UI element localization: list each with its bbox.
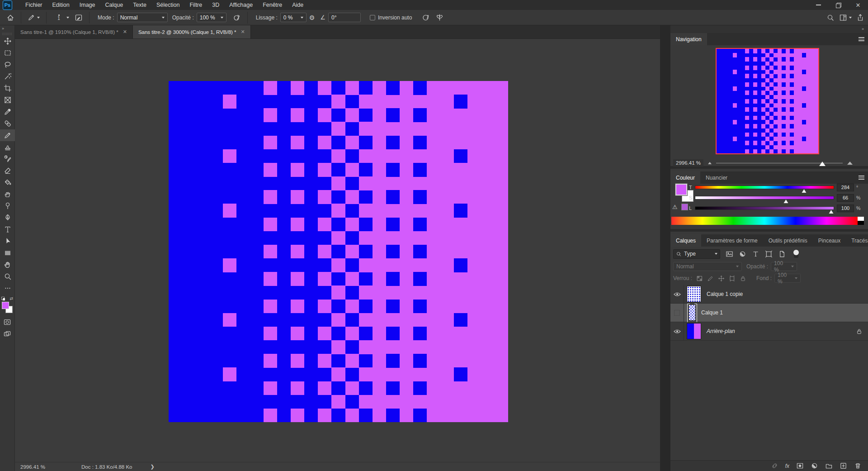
pencil-tool-preset[interactable] (25, 11, 42, 24)
layer-opacity-select[interactable]: 100 % (771, 262, 797, 271)
navigator-zoom-slider[interactable] (716, 163, 843, 163)
swap-colors-icon[interactable]: ⇄ (9, 297, 13, 301)
eyedropper-tool[interactable] (0, 106, 15, 118)
foreground-color-swatch[interactable] (675, 184, 687, 195)
layer-visibility-toggle[interactable] (670, 285, 684, 304)
auto-erase-checkbox[interactable]: Inversion auto (367, 11, 415, 24)
slider-thumb[interactable] (829, 210, 834, 214)
tab-pinceaux[interactable]: Pinceaux (813, 234, 846, 247)
quick-mask-button[interactable] (0, 316, 15, 328)
layer-row-arri-re-plan[interactable]: Arrière-plan (670, 322, 868, 341)
layer-thumbnail[interactable] (687, 323, 701, 339)
lock-all-icon[interactable] (740, 275, 746, 282)
canvas-image[interactable] (169, 81, 508, 422)
pencil-tool[interactable] (0, 129, 15, 141)
new-layer-icon[interactable] (840, 462, 847, 470)
color-slider-track[interactable] (695, 186, 834, 189)
layer-row-calque-1[interactable]: Calque 1 (670, 304, 868, 322)
opacity-select[interactable]: 100 % (197, 13, 226, 22)
spectrum-bw-swatches[interactable] (858, 217, 864, 225)
navigator-zoom-field[interactable]: 2996.41 % (673, 159, 703, 167)
toggle-brush-panel-button[interactable] (72, 11, 85, 24)
slider-thumb[interactable] (802, 189, 807, 193)
dodge-tool[interactable] (0, 200, 15, 212)
color-value-field[interactable]: 66 (837, 194, 854, 202)
layer-name[interactable]: Calque 1 copie (707, 291, 743, 297)
frame-tool[interactable] (0, 94, 15, 106)
toolbar-collapse-button[interactable]: » (0, 25, 14, 32)
delete-layer-icon[interactable] (854, 462, 862, 470)
gamut-warning[interactable]: ⚠ (672, 204, 688, 210)
tab-nuancier[interactable]: Nuancier (700, 171, 733, 184)
layer-filter-select[interactable]: Type (673, 249, 720, 259)
toolbar-grip[interactable]: |||||||| (0, 32, 14, 35)
hand-tool[interactable] (0, 259, 15, 271)
menu-texte[interactable]: Texte (128, 0, 151, 10)
filter-toggle-switch[interactable] (793, 250, 799, 258)
blend-mode-select[interactable]: Normal (117, 13, 168, 22)
pressure-size-button[interactable] (419, 11, 433, 24)
add-mask-icon[interactable] (796, 462, 804, 470)
rectangular-marquee-tool[interactable] (0, 47, 15, 59)
color-slider-track[interactable] (695, 196, 834, 200)
filter-adjustment-layers-icon[interactable] (739, 250, 746, 258)
menu-filtre[interactable]: Filtre (184, 0, 207, 10)
tab-couleur[interactable]: Couleur (670, 171, 700, 184)
panel-menu-icon[interactable] (859, 36, 864, 42)
symmetry-button[interactable] (433, 11, 447, 24)
history-brush-tool[interactable] (0, 153, 15, 165)
rectangle-tool[interactable] (0, 247, 15, 259)
smudge-tool[interactable] (0, 188, 15, 200)
pen-tool[interactable] (0, 212, 15, 224)
dock-collapse-button[interactable]: » (670, 25, 868, 33)
menu-edition[interactable]: Edition (47, 0, 75, 10)
menu-image[interactable]: Image (75, 0, 100, 10)
object-selection-tool[interactable] (0, 71, 15, 82)
tab-calques[interactable]: Calques (670, 234, 701, 247)
lock-transparency-icon[interactable] (696, 275, 703, 282)
new-group-icon[interactable] (825, 462, 833, 470)
lock-pixels-icon[interactable] (707, 275, 714, 282)
document-tab-1[interactable]: Sans titre-1 @ 1910% (Calque 1, RVB/8) *… (15, 25, 133, 38)
workspace-switcher[interactable] (839, 14, 852, 22)
document-viewport[interactable] (15, 39, 660, 462)
color-spectrum-ramp[interactable] (671, 217, 858, 225)
panel-menu-icon[interactable] (859, 175, 864, 181)
filter-shape-layers-icon[interactable] (765, 250, 773, 258)
adjustment-layer-icon[interactable] (811, 462, 818, 470)
layer-blend-mode-select[interactable]: Normal (673, 262, 742, 271)
path-selection-tool[interactable] (0, 235, 15, 247)
color-slider-track[interactable] (695, 206, 834, 210)
close-tab-icon[interactable]: ✕ (241, 29, 245, 35)
navigator-thumbnail[interactable] (716, 48, 819, 154)
document-tab-2[interactable]: Sans titre-2 @ 3000% (Calque 1, RVB/8) *… (133, 25, 251, 38)
spot-healing-brush-tool[interactable] (0, 118, 15, 129)
filter-type-layers-icon[interactable] (752, 250, 760, 258)
edit-toolbar-button[interactable] (0, 282, 15, 294)
layer-visibility-toggle[interactable] (670, 304, 684, 322)
filter-smart-objects-icon[interactable] (778, 250, 786, 258)
crop-tool[interactable] (0, 82, 15, 94)
clone-stamp-tool[interactable] (0, 141, 15, 153)
menu-affichage[interactable]: Affichage (224, 0, 258, 10)
foreground-color-swatch[interactable] (2, 302, 9, 309)
tab-param-tres-de-forme[interactable]: Paramètres de forme (701, 234, 763, 247)
close-button[interactable]: ✕ (848, 0, 868, 10)
menu-fichier[interactable]: Fichier (20, 0, 47, 10)
search-button[interactable] (826, 14, 835, 22)
lock-position-icon[interactable] (718, 275, 725, 282)
lock-artboard-icon[interactable] (729, 275, 736, 282)
layer-name[interactable]: Arrière-plan (707, 328, 735, 334)
zoom-tool[interactable] (0, 271, 15, 282)
paint-bucket-tool[interactable] (0, 176, 15, 188)
smoothing-select[interactable]: 0 % (280, 13, 307, 22)
slider-thumb[interactable] (819, 162, 826, 166)
lasso-tool[interactable] (0, 59, 15, 71)
zoom-in-icon[interactable] (847, 162, 853, 165)
layer-name[interactable]: Calque 1 (701, 309, 723, 316)
layer-row-calque-1-copie[interactable]: Calque 1 copie (670, 285, 868, 304)
menu-fenêtre[interactable]: Fenêtre (258, 0, 287, 10)
screen-mode-button[interactable] (0, 328, 15, 340)
color-value-field[interactable]: 284 (837, 184, 854, 191)
menu-3d[interactable]: 3D (207, 0, 224, 10)
